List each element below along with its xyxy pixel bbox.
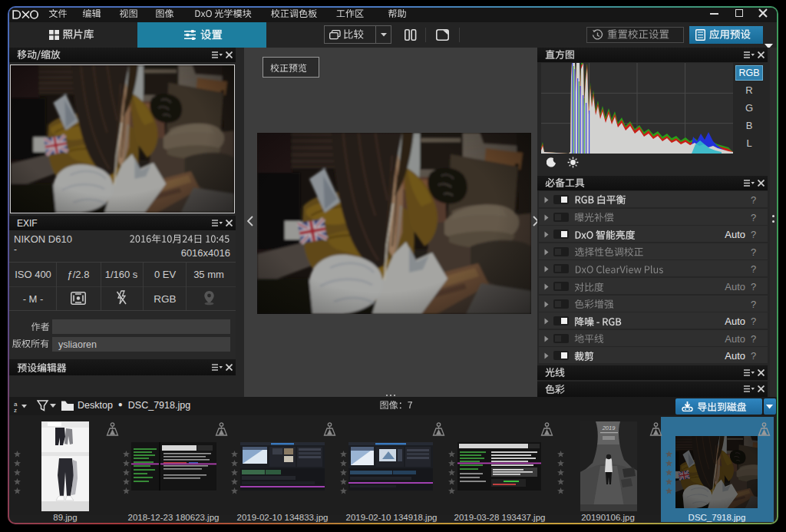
- svg-text:z: z: [14, 407, 17, 412]
- svg-text:2019: 2019: [602, 425, 616, 431]
